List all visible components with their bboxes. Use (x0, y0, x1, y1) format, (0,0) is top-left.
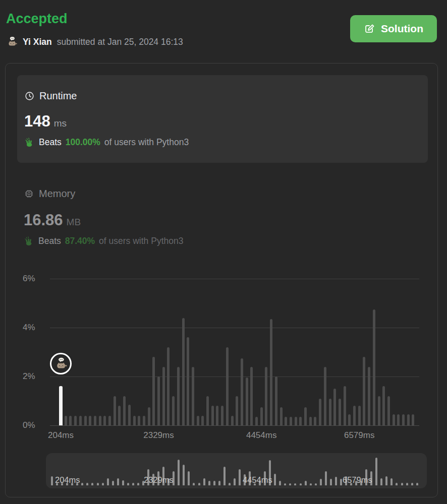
brush-distribution-bar (117, 478, 119, 485)
distribution-bar[interactable] (99, 416, 101, 425)
runtime-card[interactable]: Runtime 148 ms Beats 100.00% of u (17, 75, 428, 163)
distribution-bar[interactable] (241, 358, 243, 425)
distribution-bar[interactable] (201, 416, 204, 425)
distribution-bar[interactable] (103, 416, 106, 425)
runtime-value: 148 (24, 112, 50, 131)
distribution-bar[interactable] (123, 396, 126, 425)
distribution-bar[interactable] (319, 399, 321, 425)
brush-distribution-bar (183, 465, 185, 485)
distribution-bar[interactable] (260, 407, 263, 425)
distribution-bar[interactable] (358, 406, 361, 425)
submission-result-page: { "header": { "status": "Accepted", "aut… (0, 0, 447, 504)
distribution-bar[interactable] (397, 414, 400, 425)
runtime-distribution-chart: 0%2%4%6%204ms2329ms4454ms6579ms (6, 273, 437, 452)
brush-distribution-bar (198, 483, 200, 485)
distribution-bar[interactable] (69, 416, 72, 425)
user-runtime-bar[interactable] (59, 386, 63, 425)
chart-overview-brush[interactable]: 204ms2329ms4454ms6579ms (46, 453, 427, 488)
distribution-bar[interactable] (216, 406, 218, 425)
distribution-bar[interactable] (314, 417, 316, 425)
distribution-bar[interactable] (152, 357, 155, 425)
submitted-at-text: submitted at Jan 25, 2024 16:13 (57, 37, 183, 47)
distribution-bar[interactable] (177, 367, 180, 425)
distribution-bar[interactable] (299, 417, 302, 425)
distribution-bar[interactable] (133, 416, 136, 425)
distribution-bar[interactable] (285, 417, 287, 425)
brush-distribution-bar (315, 483, 317, 485)
distribution-bar[interactable] (162, 367, 165, 425)
distribution-bar[interactable] (412, 414, 414, 425)
distribution-bar[interactable] (182, 318, 185, 425)
gridline (50, 279, 419, 279)
distribution-bar[interactable] (378, 396, 380, 425)
distribution-bar[interactable] (255, 417, 258, 425)
distribution-bar[interactable] (187, 337, 189, 425)
distribution-bar[interactable] (89, 416, 91, 425)
distribution-bar[interactable] (387, 396, 390, 425)
distribution-bar[interactable] (382, 386, 385, 425)
distribution-bar[interactable] (84, 416, 87, 425)
memory-section[interactable]: Memory 16.86 MB Beats 87.40% of u (24, 188, 183, 246)
runtime-beats-suffix: of users with Python3 (104, 137, 189, 148)
distribution-bar[interactable] (353, 406, 356, 425)
distribution-bar[interactable] (192, 367, 194, 425)
distribution-bar[interactable] (221, 406, 224, 425)
distribution-bar[interactable] (114, 396, 116, 425)
distribution-bar[interactable] (138, 416, 140, 425)
brush-distribution-bar (193, 483, 195, 485)
brush-distribution-bar (284, 483, 286, 485)
runtime-beats-row: Beats 100.00% of users with Python3 (24, 137, 418, 148)
distribution-bar[interactable] (94, 416, 96, 425)
brush-distribution-bar (97, 483, 99, 485)
distribution-bar[interactable] (236, 396, 238, 425)
distribution-bar[interactable] (407, 414, 410, 425)
distribution-bar[interactable] (118, 406, 121, 425)
distribution-bar[interactable] (157, 376, 160, 425)
distribution-bar[interactable] (324, 367, 326, 425)
author-name[interactable]: Yi Xian (23, 37, 52, 47)
distribution-bar[interactable] (226, 347, 229, 425)
distribution-bar[interactable] (280, 407, 283, 425)
memory-label: Memory (39, 188, 75, 200)
distribution-bar[interactable] (344, 386, 346, 425)
submission-byline: Yi Xian submitted at Jan 25, 2024 16:13 (7, 36, 183, 48)
distribution-bar[interactable] (108, 416, 111, 425)
distribution-bar[interactable] (246, 377, 248, 425)
runtime-unit: ms (54, 118, 67, 129)
distribution-bar[interactable] (295, 417, 297, 425)
distribution-bar[interactable] (265, 367, 267, 425)
user-avatar-cat-icon (7, 36, 18, 48)
distribution-bar[interactable] (309, 417, 312, 425)
distribution-bar[interactable] (143, 416, 145, 425)
distribution-bar[interactable] (333, 389, 336, 425)
distribution-bar[interactable] (206, 396, 209, 425)
distribution-bar[interactable] (197, 416, 199, 425)
distribution-bar[interactable] (290, 417, 292, 425)
distribution-bar[interactable] (304, 407, 307, 425)
distribution-bar[interactable] (211, 406, 214, 425)
distribution-bar[interactable] (402, 414, 405, 425)
distribution-bar[interactable] (128, 405, 131, 425)
distribution-bar[interactable] (270, 319, 272, 425)
distribution-bar[interactable] (167, 347, 170, 425)
memory-value: 16.86 (24, 211, 63, 229)
solution-button[interactable]: Solution (350, 15, 437, 42)
distribution-bar[interactable] (373, 309, 375, 425)
brush-distribution-bar (330, 479, 332, 485)
distribution-bar[interactable] (393, 414, 395, 425)
distribution-bar[interactable] (348, 414, 351, 425)
distribution-bar[interactable] (275, 376, 277, 425)
distribution-bar[interactable] (74, 416, 77, 425)
distribution-bar[interactable] (231, 416, 234, 425)
brush-distribution-bar (289, 483, 291, 485)
distribution-bar[interactable] (368, 367, 370, 425)
distribution-bar[interactable] (339, 399, 341, 425)
distribution-bar[interactable] (148, 407, 150, 425)
status-text: Accepted (6, 11, 68, 27)
distribution-bar[interactable] (363, 357, 365, 425)
distribution-bar[interactable] (329, 399, 331, 425)
distribution-bar[interactable] (172, 396, 175, 425)
distribution-bar[interactable] (250, 367, 253, 425)
distribution-bar[interactable] (65, 416, 67, 425)
distribution-bar[interactable] (79, 416, 82, 425)
